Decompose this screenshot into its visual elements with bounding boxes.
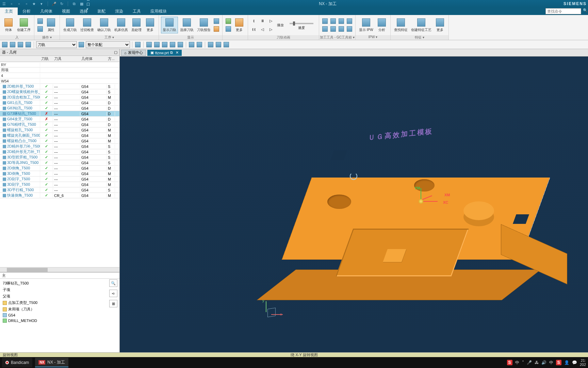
mic-icon[interactable]: 🎤 (51, 1, 57, 6)
next-detail-icon[interactable]: ➪ (109, 290, 117, 297)
sel-icon-10[interactable] (169, 41, 176, 48)
sel-icon-15[interactable] (215, 41, 222, 48)
prev-icon[interactable]: ⦉ (250, 17, 258, 25)
tab-assembly[interactable]: 装配 (93, 7, 110, 15)
gc-icon-4[interactable] (329, 25, 337, 33)
sel-icon-9[interactable] (161, 41, 168, 48)
bandicam-task[interactable]: Bandicam (2, 358, 32, 367)
more2-icon-2[interactable] (225, 25, 232, 33)
gouge-check-button[interactable]: 过切检查 (79, 17, 95, 33)
operation-row[interactable]: G81点孔_T500✓---G54D (0, 100, 119, 106)
chat-tray-icon[interactable]: 💬 (572, 360, 577, 365)
machine-sim-button[interactable]: 机床仿真 (113, 17, 129, 33)
operation-row[interactable]: 2D精外形无刀补_T500✓---G54S (0, 149, 119, 155)
tab-render[interactable]: 渲染 (110, 7, 128, 15)
expand-detail-icon[interactable]: ⊞ (109, 300, 117, 307)
display-icon-1[interactable] (213, 17, 220, 25)
operation-row[interactable]: G84攻牙_T500✗---G54D (0, 117, 119, 122)
zoom-detail-icon[interactable]: 🔍 (109, 279, 117, 287)
find-feature-button[interactable]: 查找特征 (393, 17, 409, 33)
discover-tab[interactable]: ⌂发现中心 (121, 50, 146, 56)
sel-icon-6[interactable] (134, 41, 141, 48)
close-tab-icon[interactable]: ✕ (176, 50, 179, 55)
gc-icon-2[interactable] (321, 25, 329, 33)
sel-icon-8[interactable] (153, 41, 160, 48)
show-toolpath-button[interactable]: 显示刀轨 (161, 17, 178, 33)
confirm-toolpath-button[interactable]: 确认刀轨 (96, 17, 112, 33)
command-search-input[interactable] (545, 8, 581, 14)
pause-icon[interactable]: ⏸ (259, 17, 266, 25)
gc-icon-7[interactable] (346, 17, 353, 25)
postprocess-button[interactable]: 后处理 (130, 17, 143, 33)
layout-icon[interactable]: ▦ (79, 1, 84, 6)
operation-row[interactable]: G83钻孔_T500✓---G54D (0, 106, 119, 111)
search-icon[interactable]: 🔍 (583, 7, 588, 13)
operation-row[interactable]: 3D倒角_T500✓---G54M (0, 171, 119, 177)
sel-icon-13[interactable] (196, 41, 203, 48)
create-geometry-button[interactable]: 何体 (2, 17, 15, 33)
step-fwd-icon[interactable]: ▷ (267, 26, 275, 33)
gc-icon-6[interactable] (338, 25, 345, 33)
sel-icon-11[interactable] (177, 41, 184, 48)
new-icon[interactable]: ▫ (9, 1, 14, 6)
edit-icon[interactable] (36, 17, 44, 25)
gc-icon-1[interactable] (321, 17, 329, 25)
mic-tray-icon[interactable]: 🎤 (527, 360, 532, 365)
tray-up-icon[interactable]: ˄ (522, 360, 524, 365)
star-icon[interactable]: ★ (31, 1, 37, 6)
pin-icon[interactable]: ▢ (114, 50, 117, 55)
tab-analysis[interactable]: 分析 (18, 7, 35, 15)
file-tab[interactable]: ▣ttzxw.prt⧉✕ (147, 50, 182, 56)
detail-item-1[interactable]: 未用项（刀具） (1, 306, 118, 312)
toolpath-report-button[interactable]: 刀轨报告 (196, 17, 212, 33)
analyze-ipw-button[interactable]: 分析 (375, 17, 388, 33)
detail-item-3[interactable]: DRILL_METHOD (1, 318, 118, 323)
sel-icon-14[interactable] (207, 41, 214, 48)
dropdown-icon[interactable]: ▾ (39, 1, 44, 6)
grid-row[interactable]: RY (0, 62, 119, 67)
operation-row[interactable]: 2D精外形刀补_T500✓---G54S (0, 144, 119, 149)
nx-task[interactable]: NXNX - 加工 (35, 358, 68, 367)
tab-apps[interactable]: 应用模块 (146, 7, 172, 15)
operation-row[interactable]: 2D粗外形_T500✓---G54S (0, 84, 119, 89)
horizontal-scrollbar[interactable] (0, 267, 119, 272)
ime-badge-icon[interactable]: S (507, 360, 512, 365)
sel-icon-5[interactable] (78, 41, 85, 48)
save-icon[interactable]: ▫ (24, 1, 29, 6)
sel-icon-12[interactable] (188, 41, 195, 48)
ime-label-2[interactable]: 中 (549, 360, 553, 366)
clock[interactable]: 21: 202 (580, 358, 586, 367)
gc-icon-5[interactable] (338, 17, 345, 25)
new-window-icon[interactable]: ⧉ (170, 50, 173, 55)
operation-row[interactable]: 3D平行精_T500✓---G54S (0, 187, 119, 193)
open-icon[interactable]: ▫ (16, 1, 22, 6)
operation-row[interactable]: 3D型腔开粗_T500✓---G54S (0, 155, 119, 160)
operation-row[interactable]: 快速倒角_T500✓CR_6G54M (0, 193, 119, 198)
feature-more-button[interactable]: 更多 (434, 17, 446, 33)
tab-home[interactable]: 主页 (0, 7, 18, 15)
operation-row[interactable]: G73啄钻孔_T500✗---G54D (0, 111, 119, 117)
operation-row[interactable]: 2D倒角_T500✓---G54M (0, 166, 119, 171)
operation-row[interactable]: 2D刻字_T500✓---G54M (0, 177, 119, 182)
sel-icon-3[interactable] (17, 41, 24, 48)
ime-label[interactable]: 中 (515, 360, 519, 366)
gc-icon-8[interactable] (346, 25, 353, 33)
network-icon[interactable]: 🖧 (535, 360, 539, 365)
operation-row[interactable]: 螺旋粗孔_T500✓---G54M (0, 127, 119, 133)
operation-row[interactable]: 2D螺旋黄线粗外形_T...✓---G54S (0, 89, 119, 95)
more2-button[interactable]: 更多 (233, 17, 246, 33)
operation-row[interactable]: 2D混合粗加工_T500✓---G54M (0, 95, 119, 100)
create-operation-button[interactable]: 创建工序 (16, 17, 32, 33)
gc-icon-3[interactable] (329, 17, 337, 25)
play-icon[interactable]: ▷ (267, 17, 275, 25)
window-menu[interactable]: 窗口▾ (86, 1, 92, 6)
ime-badge-icon-2[interactable]: S (556, 360, 561, 365)
more2-icon-1[interactable] (225, 17, 232, 25)
sel-icon-4[interactable] (25, 41, 32, 48)
properties-button[interactable]: 属性 (45, 17, 58, 33)
detail-item-2[interactable]: G54 (1, 312, 118, 318)
command-search[interactable] (545, 8, 581, 14)
sel-icon-1[interactable] (1, 41, 8, 48)
copy-icon[interactable] (36, 25, 44, 33)
more-ops-button[interactable]: 更多 (144, 17, 157, 33)
